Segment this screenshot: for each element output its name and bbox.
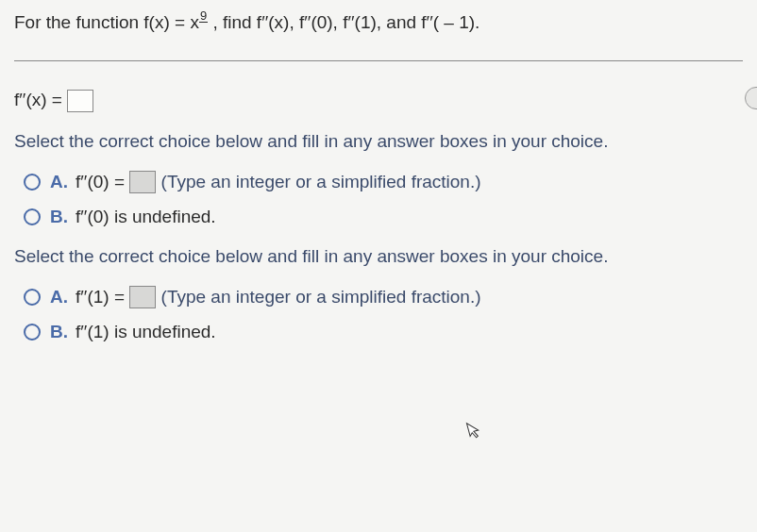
choice-1a-input[interactable] bbox=[129, 171, 156, 193]
radio-2b[interactable] bbox=[24, 324, 41, 341]
question-prefix: For the function f(x) = x bbox=[14, 12, 199, 32]
choice-1a[interactable]: A. f′′(0) = (Type an integer or a simpli… bbox=[24, 171, 743, 193]
radio-2a[interactable] bbox=[24, 289, 41, 306]
radio-1a[interactable] bbox=[24, 174, 41, 191]
radio-1b[interactable] bbox=[24, 208, 41, 225]
question-text: For the function f(x) = x9 , find f′′(x)… bbox=[14, 9, 743, 37]
instruction-1: Select the correct choice below and fill… bbox=[14, 131, 743, 152]
answer-input-fppx[interactable] bbox=[67, 90, 93, 112]
choice-1b-label: B. bbox=[50, 207, 68, 227]
divider bbox=[14, 60, 743, 61]
choice-2a[interactable]: A. f′′(1) = (Type an integer or a simpli… bbox=[24, 286, 743, 308]
cursor-icon bbox=[464, 418, 485, 444]
choice-2a-input[interactable] bbox=[129, 286, 156, 308]
choice-1a-label: A. bbox=[50, 172, 68, 192]
choice-2b[interactable]: B. f′′(1) is undefined. bbox=[24, 322, 743, 342]
answer-line: f′′(x) = bbox=[14, 90, 743, 112]
choice-1b[interactable]: B. f′′(0) is undefined. bbox=[24, 207, 743, 227]
question-suffix: , find f′′(x), f′′(0), f′′(1), and f′′( … bbox=[208, 12, 479, 32]
choice-2a-hint: (Type an integer or a simplified fractio… bbox=[161, 287, 481, 308]
choice-2b-label: B. bbox=[50, 322, 68, 342]
instruction-2: Select the correct choice below and fill… bbox=[14, 246, 743, 267]
choice-1a-text: f′′(0) = bbox=[76, 172, 125, 192]
choice-2b-text: f′′(1) is undefined. bbox=[76, 322, 216, 342]
edge-button[interactable] bbox=[745, 87, 757, 109]
choice-2a-text: f′′(1) = bbox=[76, 287, 125, 308]
choice-1a-hint: (Type an integer or a simplified fractio… bbox=[161, 172, 481, 192]
question-exponent: 9 bbox=[199, 9, 208, 23]
choice-1b-text: f′′(0) is undefined. bbox=[76, 207, 216, 227]
answer-prompt: f′′(x) = bbox=[14, 90, 62, 109]
choice-2a-label: A. bbox=[50, 287, 68, 308]
